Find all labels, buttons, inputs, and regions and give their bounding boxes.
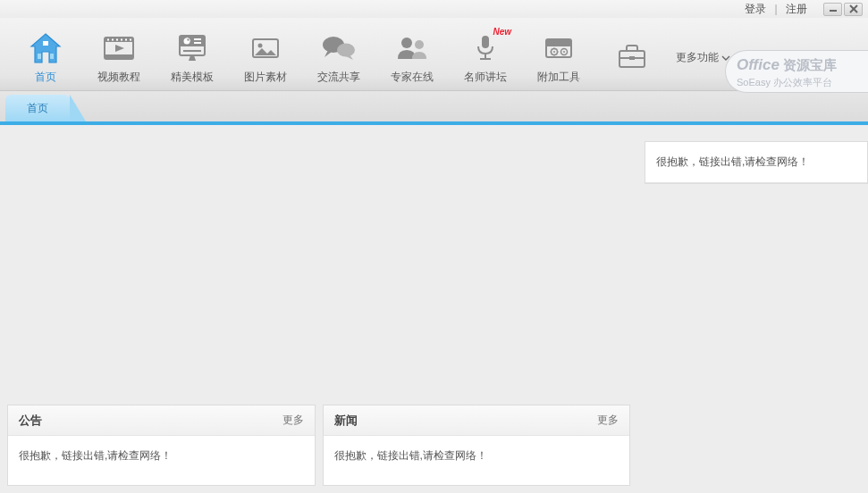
- panel-more-link[interactable]: 更多: [282, 413, 304, 428]
- main-spacer: [7, 132, 630, 405]
- toolbar: 首页 视频教程 精美模板 图片素材 交流共享 专家在线 New: [0, 18, 868, 91]
- panel-more-link[interactable]: 更多: [597, 413, 619, 428]
- separator: |: [775, 3, 778, 15]
- tab-strip: 首页: [0, 91, 868, 125]
- toolbar-label: 附加工具: [522, 70, 595, 85]
- svg-rect-19: [194, 42, 201, 44]
- svg-rect-3: [43, 41, 48, 46]
- close-button[interactable]: [844, 3, 863, 16]
- svg-rect-12: [121, 39, 122, 41]
- side-body: 很抱歉，链接出错,请检查网络！: [645, 142, 867, 183]
- main-column: 公告 更多 很抱歉，链接出错,请检查网络！ 新闻 更多 很抱歉，链接出错,请检查…: [0, 125, 637, 493]
- panel-title: 公告: [19, 413, 42, 429]
- toolbar-label: 首页: [9, 70, 82, 85]
- content-area: 公告 更多 很抱歉，链接出错,请检查网络！ 新闻 更多 很抱歉，链接出错,请检查…: [0, 125, 868, 493]
- toolbar-item-template[interactable]: 精美模板: [156, 30, 229, 85]
- image-icon: [229, 30, 302, 66]
- svg-rect-5: [50, 54, 54, 59]
- register-link[interactable]: 注册: [786, 3, 807, 15]
- svg-rect-38: [629, 56, 635, 60]
- brand-badge: Office 资源宝库 SoEasy 办公效率平台: [725, 50, 868, 93]
- svg-rect-11: [116, 39, 118, 41]
- svg-point-22: [258, 44, 263, 48]
- svg-rect-18: [194, 38, 201, 40]
- minimize-icon: [829, 5, 838, 13]
- toolbar-label: 专家在线: [375, 70, 449, 85]
- panel-body: 很抱歉，链接出错,请检查网络！: [8, 436, 315, 485]
- side-column: 很抱歉，链接出错,请检查网络！: [645, 141, 868, 493]
- toolbar-label: 交流共享: [302, 70, 375, 85]
- side-panel: 很抱歉，链接出错,请检查网络！: [645, 141, 868, 184]
- svg-point-25: [401, 38, 412, 48]
- svg-rect-8: [105, 54, 133, 59]
- tab-home[interactable]: 首页: [5, 95, 70, 121]
- svg-rect-13: [125, 39, 127, 41]
- tab-label: 首页: [27, 101, 48, 116]
- chat-icon: [302, 30, 375, 66]
- svg-rect-27: [482, 36, 489, 48]
- toolbar-item-tools[interactable]: 附加工具: [522, 30, 595, 85]
- panel-head: 公告 更多: [8, 405, 315, 436]
- toolbar-label: 图片素材: [229, 70, 302, 85]
- login-link[interactable]: 登录: [745, 3, 766, 15]
- toolbar-item-lecture[interactable]: New 名师讲坛: [449, 30, 522, 85]
- toolbar-item-addon[interactable]: [595, 38, 669, 78]
- auth-links: 登录 | 注册: [745, 2, 807, 17]
- home-icon: [9, 30, 82, 66]
- panel-announcements: 公告 更多 很抱歉，链接出错,请检查网络！: [7, 405, 316, 486]
- svg-point-26: [415, 40, 424, 49]
- svg-rect-9: [107, 39, 109, 41]
- close-icon: [849, 4, 858, 13]
- svg-rect-20: [183, 50, 201, 52]
- toolbar-label: 名师讲坛: [449, 70, 522, 85]
- template-icon: [156, 30, 229, 66]
- svg-point-24: [337, 44, 355, 57]
- mic-icon: [449, 30, 522, 66]
- toolbar-item-images[interactable]: 图片素材: [229, 30, 302, 85]
- svg-rect-4: [38, 54, 41, 59]
- more-label: 更多功能: [676, 50, 719, 65]
- svg-rect-10: [112, 39, 114, 41]
- toolbar-item-home[interactable]: 首页: [9, 30, 82, 85]
- toolbar-item-video[interactable]: 视频教程: [82, 30, 156, 85]
- svg-point-35: [563, 51, 565, 53]
- svg-rect-14: [130, 39, 131, 41]
- minimize-button[interactable]: [823, 3, 842, 16]
- svg-rect-31: [546, 39, 571, 46]
- toolbar-item-share[interactable]: 交流共享: [302, 30, 375, 85]
- svg-rect-16: [180, 36, 205, 46]
- toolbar-item-expert[interactable]: 专家在线: [375, 30, 449, 85]
- toolbar-label: 精美模板: [156, 70, 229, 85]
- video-icon: [82, 30, 156, 66]
- panel-title: 新闻: [334, 413, 358, 429]
- tools-icon: [522, 30, 595, 66]
- title-bar: 登录 | 注册: [0, 0, 868, 18]
- brand-line2: SoEasy 办公效率平台: [737, 76, 857, 89]
- panel-body: 很抱歉，链接出错,请检查网络！: [324, 436, 630, 485]
- svg-point-33: [553, 51, 555, 53]
- panel-news: 新闻 更多 很抱歉，链接出错,请检查网络！: [323, 405, 631, 486]
- panel-head: 新闻 更多: [324, 405, 630, 436]
- toolbox-icon: [595, 38, 669, 74]
- brand-line1: Office 资源宝库: [737, 56, 857, 74]
- bottom-panels: 公告 更多 很抱歉，链接出错,请检查网络！ 新闻 更多 很抱歉，链接出错,请检查…: [7, 405, 630, 486]
- more-functions[interactable]: 更多功能: [676, 50, 730, 65]
- toolbar-label: 视频教程: [82, 70, 156, 85]
- people-icon: [375, 30, 449, 66]
